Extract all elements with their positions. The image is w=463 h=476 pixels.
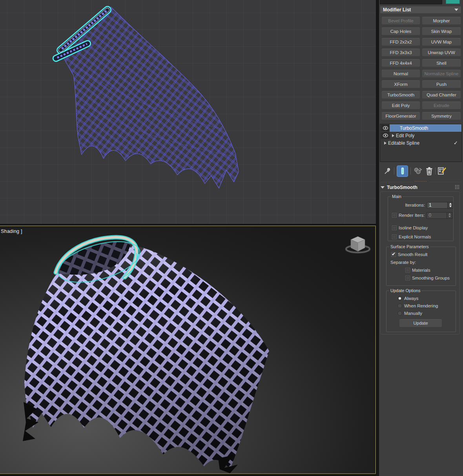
modifier-button-xform[interactable]: XForm	[381, 80, 420, 88]
modifier-button-ffd-2x2x2[interactable]: FFD 2x2x2	[381, 38, 420, 46]
modifier-button-extrude: Extrude	[422, 101, 461, 109]
wireframe-canvas	[0, 0, 376, 224]
toolbar-separator	[410, 167, 411, 174]
smoothing-groups-checkbox[interactable]	[405, 276, 410, 280]
pin-icon	[384, 167, 392, 175]
smoothing-groups-label: Smoothing Groups	[412, 276, 450, 280]
manually-radio[interactable]	[397, 311, 402, 316]
viewport-wireframe[interactable]	[0, 0, 376, 224]
toolbar-separator	[394, 167, 394, 174]
isoline-display-label: Isoline Display	[399, 225, 428, 230]
expand-arrow-icon[interactable]	[384, 142, 386, 145]
modifier-button-shell[interactable]: Shell	[422, 59, 461, 67]
modifier-button-skin-wrap[interactable]: Skin Wrap	[422, 27, 461, 35]
stack-item-label[interactable]: Edit Poly	[396, 132, 461, 139]
object-name-row	[379, 0, 463, 5]
visibility-toggle[interactable]	[381, 132, 390, 139]
materials-checkbox[interactable]	[405, 268, 410, 273]
main-group-label: Main	[391, 194, 403, 199]
splitter-handle[interactable]: ········	[415, 180, 427, 182]
rollout-title: TurboSmooth	[387, 185, 417, 190]
object-name-input[interactable]	[380, 0, 442, 4]
render-iters-label: Render Iters:	[399, 213, 425, 218]
modifier-button-symmetry[interactable]: Symmetry	[422, 112, 461, 120]
turbosmooth-rollout-header[interactable]: TurboSmooth	[381, 184, 461, 191]
expand-arrow-icon[interactable]	[392, 134, 394, 137]
pin-stack-button[interactable]	[384, 167, 392, 175]
make-unique-icon	[413, 167, 423, 175]
modifier-button-normalize-spline: Normalize Spline	[422, 69, 461, 78]
show-end-result-icon	[400, 167, 405, 175]
modifier-button-grid: Bevel Profile Morpher Cap Holes Skin Wra…	[381, 16, 461, 120]
modifier-button-ffd-3x3x3[interactable]: FFD 3x3x3	[381, 48, 420, 56]
bottom-edge	[0, 474, 376, 476]
smooth-result-checkbox[interactable]	[391, 252, 396, 257]
modifier-button-uvw-map[interactable]: UVW Map	[422, 38, 461, 46]
modifier-list-label: Modifier List	[383, 7, 411, 13]
iterations-label: Iterations:	[388, 203, 425, 207]
always-label: Always	[404, 296, 418, 301]
modifier-button-normal[interactable]: Normal	[381, 69, 420, 78]
configure-modifier-sets-button[interactable]	[438, 167, 447, 175]
render-iters-spinner: 0	[427, 212, 452, 219]
render-iters-value: 0	[427, 213, 447, 218]
smooth-result-label: Smooth Result	[398, 252, 427, 257]
collapse-arrow-icon	[381, 186, 385, 189]
modifier-button-floorgenerator[interactable]: FloorGenerator	[381, 112, 420, 120]
modifier-stack: TurboSmooth Edit Poly Editable Spline ✓	[380, 124, 462, 162]
turbosmooth-rollout-body: Main Iterations: 1 Render Iters: 0	[380, 191, 460, 334]
eye-icon	[383, 126, 388, 130]
modifier-button-edit-poly[interactable]: Edit Poly	[381, 101, 420, 109]
modifier-list-dropdown[interactable]: Modifier List	[380, 6, 461, 14]
show-end-result-button[interactable]	[397, 165, 408, 177]
modifier-button-turbosmooth[interactable]: TurboSmooth	[381, 91, 420, 99]
iterations-value[interactable]: 1	[427, 202, 447, 208]
surface-parameters-label: Surface Parameters	[389, 244, 430, 249]
viewport-shaded-active[interactable]	[0, 225, 376, 474]
when-rendering-radio[interactable]	[397, 303, 402, 308]
surface-parameters-group: Surface Parameters Smooth Result Separat…	[386, 247, 456, 286]
materials-label: Materials	[412, 268, 430, 273]
manually-label: Manually	[404, 311, 422, 316]
shaded-canvas	[0, 226, 374, 473]
spinner-arrows[interactable]	[447, 202, 453, 208]
object-color-swatch[interactable]	[446, 0, 460, 4]
check-icon: ✓	[454, 140, 458, 146]
3dsmax-window: Shading ] Modifier List Bevel Profile Mo…	[0, 0, 463, 476]
command-panel: Modifier List Bevel Profile Morpher Cap …	[379, 0, 463, 476]
modifier-button-push[interactable]: Push	[422, 80, 461, 88]
render-iters-checkbox[interactable]	[392, 213, 397, 218]
make-unique-button[interactable]	[413, 167, 423, 175]
viewport-shading-label[interactable]: Shading ]	[1, 229, 22, 234]
stack-row-turbosmooth[interactable]: TurboSmooth	[380, 124, 461, 132]
chevron-down-icon	[454, 9, 458, 11]
modifier-button-unwrap-uvw[interactable]: Unwrap UVW	[422, 48, 461, 56]
when-rendering-label: When Rendering	[404, 303, 438, 308]
panel-splitter[interactable]: ········	[381, 180, 461, 183]
drag-grid-icon	[455, 185, 459, 190]
remove-modifier-button[interactable]	[426, 167, 433, 175]
modifier-button-ffd-4x4x4[interactable]: FFD 4x4x4	[381, 59, 420, 67]
explicit-normals-checkbox[interactable]	[392, 234, 397, 239]
visibility-toggle[interactable]	[381, 125, 390, 131]
isoline-display-checkbox[interactable]	[392, 225, 397, 230]
modifier-button-morpher[interactable]: Morpher	[422, 16, 461, 25]
configure-modifier-sets-icon	[438, 167, 447, 175]
update-button[interactable]: Update	[399, 319, 442, 327]
update-options-label: Update Options	[389, 288, 421, 293]
viewport-panel-divider[interactable]	[376, 0, 379, 476]
iterations-spinner[interactable]: 1	[427, 202, 453, 209]
main-group: Main Iterations: 1 Render Iters: 0	[388, 196, 454, 241]
modifier-button-bevel-profile: Bevel Profile	[381, 16, 420, 25]
separate-by-label: Separate by:	[390, 260, 416, 265]
modifier-button-cap-holes[interactable]: Cap Holes	[381, 27, 420, 35]
spinner-arrows	[447, 213, 452, 218]
stack-row-edit-poly[interactable]: Edit Poly	[380, 132, 461, 139]
explicit-normals-label: Explicit Normals	[399, 234, 431, 239]
modifier-button-quad-chamfer[interactable]: Quad Chamfer	[422, 91, 461, 99]
stack-item-label[interactable]: Editable Spline	[388, 139, 419, 147]
always-radio[interactable]	[397, 296, 402, 301]
stack-row-editable-spline[interactable]: Editable Spline ✓	[380, 139, 461, 147]
stack-item-label[interactable]: TurboSmooth	[390, 124, 461, 132]
toolbar-separator	[435, 167, 436, 174]
